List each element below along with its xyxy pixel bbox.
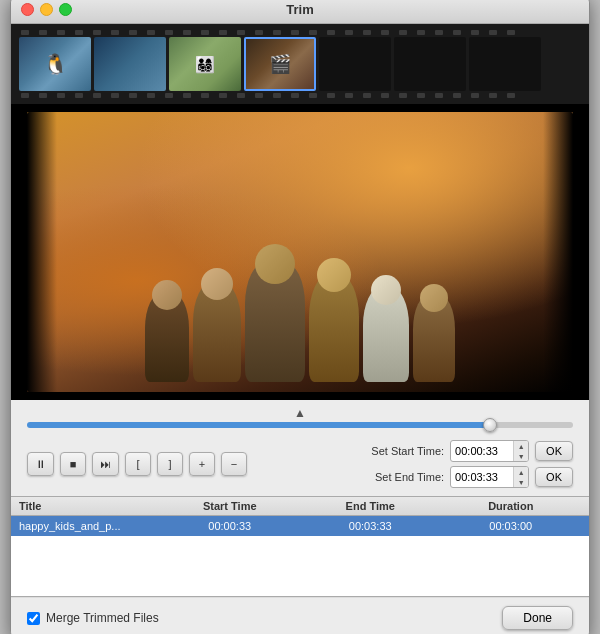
stop-button[interactable]: ■ bbox=[60, 452, 86, 476]
table-row[interactable]: happy_kids_and_p... 00:00:33 00:03:33 00… bbox=[11, 516, 589, 536]
cell-title: happy_kids_and_p... bbox=[19, 520, 160, 532]
scrubber-area: ▲ bbox=[11, 400, 589, 436]
add-button[interactable]: + bbox=[189, 452, 215, 476]
film-frame-4[interactable] bbox=[244, 37, 316, 91]
start-time-input[interactable]: ▲ ▼ bbox=[450, 440, 529, 462]
end-time-stepper[interactable]: ▲ ▼ bbox=[513, 467, 528, 487]
cell-start: 00:00:33 bbox=[160, 520, 301, 532]
merge-checkbox[interactable] bbox=[27, 612, 40, 625]
film-frame-3[interactable] bbox=[169, 37, 241, 91]
end-time-field[interactable] bbox=[451, 469, 513, 485]
film-frame-2[interactable] bbox=[94, 37, 166, 91]
pause-button[interactable]: ⏸ bbox=[27, 452, 54, 476]
film-frame-1[interactable] bbox=[19, 37, 91, 91]
end-time-input[interactable]: ▲ ▼ bbox=[450, 466, 529, 488]
done-button[interactable]: Done bbox=[502, 606, 573, 630]
start-time-up[interactable]: ▲ bbox=[514, 441, 528, 451]
step-button[interactable]: ⏭ bbox=[92, 452, 119, 476]
end-time-down[interactable]: ▼ bbox=[514, 477, 528, 487]
remove-button[interactable]: − bbox=[221, 452, 247, 476]
header-start: Start Time bbox=[160, 500, 301, 512]
set-start-label: Set Start Time: bbox=[354, 445, 444, 457]
end-time-row: Set End Time: ▲ ▼ OK bbox=[354, 466, 573, 488]
window-controls bbox=[21, 3, 72, 16]
merge-text: Merge Trimmed Files bbox=[46, 611, 159, 625]
controls-bar: ⏸ ■ ⏭ [ ] + − Set Start Time: ▲ ▼ OK Set… bbox=[11, 436, 589, 496]
filmstrip bbox=[11, 24, 589, 104]
merge-label[interactable]: Merge Trimmed Files bbox=[27, 611, 159, 625]
trim-window: Trim bbox=[10, 0, 590, 634]
maximize-button[interactable] bbox=[59, 3, 72, 16]
film-frames bbox=[19, 37, 581, 91]
close-button[interactable] bbox=[21, 3, 34, 16]
start-ok-button[interactable]: OK bbox=[535, 441, 573, 461]
time-controls: Set Start Time: ▲ ▼ OK Set End Time: ▲ ▼ bbox=[354, 440, 573, 488]
start-time-stepper[interactable]: ▲ ▼ bbox=[513, 441, 528, 461]
end-time-up[interactable]: ▲ bbox=[514, 467, 528, 477]
scrubber-thumb[interactable] bbox=[483, 418, 497, 432]
start-time-row: Set Start Time: ▲ ▼ OK bbox=[354, 440, 573, 462]
video-preview bbox=[11, 104, 589, 400]
film-frame-5[interactable] bbox=[319, 37, 391, 91]
mark-in-button[interactable]: [ bbox=[125, 452, 151, 476]
start-time-down[interactable]: ▼ bbox=[514, 451, 528, 461]
clip-table: Title Start Time End Time Duration happy… bbox=[11, 496, 589, 597]
table-header: Title Start Time End Time Duration bbox=[11, 497, 589, 516]
table-body: happy_kids_and_p... 00:00:33 00:03:33 00… bbox=[11, 516, 589, 596]
end-ok-button[interactable]: OK bbox=[535, 467, 573, 487]
film-frame-6[interactable] bbox=[394, 37, 466, 91]
start-time-field[interactable] bbox=[451, 443, 513, 459]
cell-duration: 00:03:00 bbox=[441, 520, 582, 532]
scrubber-track[interactable] bbox=[27, 422, 573, 428]
mark-out-button[interactable]: ] bbox=[157, 452, 183, 476]
minimize-button[interactable] bbox=[40, 3, 53, 16]
bottom-bar: Merge Trimmed Files Done bbox=[11, 597, 589, 634]
video-frame bbox=[27, 112, 573, 392]
film-frame-7[interactable] bbox=[469, 37, 541, 91]
film-perforations-top bbox=[19, 30, 581, 35]
header-end: End Time bbox=[300, 500, 441, 512]
window-title: Trim bbox=[286, 2, 313, 17]
header-duration: Duration bbox=[441, 500, 582, 512]
title-bar: Trim bbox=[11, 0, 589, 24]
set-end-label: Set End Time: bbox=[354, 471, 444, 483]
cell-end: 00:03:33 bbox=[300, 520, 441, 532]
header-title: Title bbox=[19, 500, 160, 512]
film-perforations-bottom bbox=[19, 93, 581, 98]
